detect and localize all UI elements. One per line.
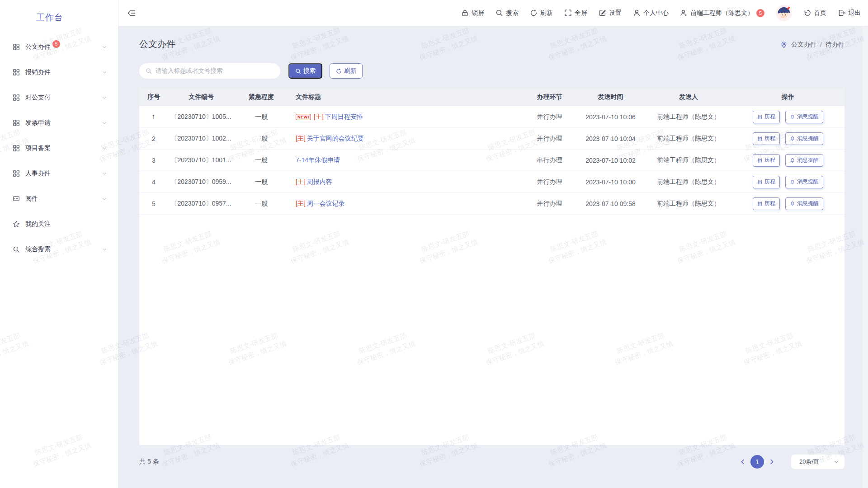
chevron-down-icon	[102, 70, 107, 75]
star-icon	[13, 221, 20, 228]
search-icon	[146, 68, 152, 74]
fullscreen-button[interactable]: 全屏	[564, 9, 587, 17]
page-size-select[interactable]: 20条/页	[791, 455, 844, 469]
refresh-icon	[530, 9, 538, 17]
global-search-button[interactable]: 搜索	[495, 9, 519, 17]
logout-icon	[838, 9, 845, 17]
sender: 前端工程师（陈思文）	[646, 178, 731, 186]
user-avatar[interactable]	[776, 5, 792, 21]
back-home-icon	[803, 9, 811, 17]
grid-icon	[13, 43, 20, 51]
pagination: 1 20条/页	[740, 455, 844, 469]
sidebar-item-label: 我的关注	[25, 220, 51, 228]
history-button[interactable]: 历程	[753, 111, 780, 123]
sliders-icon	[757, 136, 763, 141]
search-placeholder: 请输入标题或者文号搜索	[156, 67, 223, 75]
fullscreen-icon	[564, 9, 572, 17]
sidebar-item-对公支付[interactable]: 对公支付	[0, 85, 118, 110]
send-time: 2023-07-10 09:58	[576, 200, 646, 207]
table-row: 5〔20230710〕0957...一般[主]周一会议记录并行办理2023-07…	[139, 193, 844, 215]
row-index: 4	[139, 178, 168, 186]
chevron-down-icon	[102, 145, 107, 151]
column-header: 发送时间	[576, 93, 646, 101]
logout-button[interactable]: 退出	[838, 9, 861, 17]
lock-screen-button[interactable]: 锁屏	[461, 9, 484, 17]
column-header: 操作	[731, 93, 844, 101]
table-footer: 共 5 条 1 20条/页	[139, 454, 844, 470]
sliders-icon	[757, 114, 763, 120]
sidebar-item-label: 项目备案	[25, 144, 51, 152]
sidebar-item-label: 发票申请	[25, 119, 51, 127]
sidebar-item-发票申请[interactable]: 发票申请	[0, 110, 118, 136]
profile-center-button[interactable]: 个人中心	[633, 9, 669, 17]
current-page-button[interactable]: 1	[750, 455, 764, 469]
sidebar: 工作台 公文办件5报销办件对公支付发票申请项目备案人事办件阅件我的关注综合搜索	[0, 0, 118, 488]
table-row: 4〔20230710〕0959...一般[主]周报内容并行办理2023-07-1…	[139, 171, 844, 193]
send-time: 2023-07-10 10:00	[576, 178, 646, 186]
chevron-down-icon	[102, 171, 107, 176]
total-count: 共 5 条	[139, 458, 159, 466]
history-button[interactable]: 历程	[753, 176, 780, 188]
document-title-link[interactable]: 关于官网的会议纪要	[307, 135, 364, 143]
scrollbar-track[interactable]	[863, 26, 868, 488]
refresh-button[interactable]: 刷新	[530, 9, 553, 17]
chevron-down-icon	[102, 44, 107, 50]
process-step: 串行办理	[524, 156, 576, 164]
message-remind-button[interactable]: 消息提醒	[785, 197, 823, 210]
history-button[interactable]: 历程	[753, 197, 780, 210]
sidebar-item-label: 阅件	[25, 195, 38, 203]
column-header: 序号	[139, 93, 168, 101]
doc-title-cell: [主]周报内容	[288, 178, 524, 186]
sidebar-item-公文办件[interactable]: 公文办件5	[0, 34, 118, 60]
home-button[interactable]: 首页	[803, 9, 826, 17]
message-remind-button[interactable]: 消息提醒	[785, 111, 823, 123]
history-button[interactable]: 历程	[753, 154, 780, 167]
page-title: 公文办件	[139, 38, 175, 50]
search-button[interactable]: 搜索	[288, 63, 322, 79]
process-step: 并行办理	[524, 200, 576, 208]
sidebar-item-综合搜索[interactable]: 综合搜索	[0, 237, 118, 262]
document-title-link[interactable]: 7-14年休假申请	[296, 156, 340, 164]
column-header: 办理环节	[524, 93, 576, 101]
settings-button[interactable]: 设置	[599, 9, 622, 17]
sidebar-item-我的关注[interactable]: 我的关注	[0, 211, 118, 237]
row-index: 1	[139, 113, 168, 121]
sender: 前端工程师（陈思文）	[646, 156, 731, 164]
location-pin-icon	[780, 41, 788, 48]
message-remind-button[interactable]: 消息提醒	[785, 176, 823, 188]
sidebar-item-项目备案[interactable]: 项目备案	[0, 136, 118, 161]
urgency: 一般	[234, 113, 288, 121]
urgency: 一般	[234, 200, 288, 208]
prev-page-button[interactable]	[740, 459, 746, 465]
main-doc-tag: [主]	[296, 135, 306, 143]
message-remind-button[interactable]: 消息提醒	[785, 154, 823, 167]
sidebar-collapse-icon[interactable]	[127, 9, 136, 17]
bell-icon	[790, 179, 795, 185]
message-remind-button[interactable]: 消息提醒	[785, 132, 823, 145]
bell-icon	[790, 114, 795, 120]
main-doc-tag: [主]	[296, 200, 306, 208]
chevron-down-icon	[834, 459, 839, 465]
sidebar-item-人事办件[interactable]: 人事办件	[0, 161, 118, 186]
next-page-button[interactable]	[769, 459, 775, 465]
grid-icon	[13, 170, 20, 177]
refresh-list-button[interactable]: 刷新	[330, 63, 363, 79]
sidebar-item-报销办件[interactable]: 报销办件	[0, 60, 118, 85]
top-header: 锁屏 搜索 刷新 全屏 设置	[118, 0, 868, 26]
document-title-link[interactable]: 周一会议记录	[307, 200, 345, 208]
breadcrumb-root[interactable]: 公文办件	[791, 41, 816, 49]
current-user-menu[interactable]: 前端工程师（陈思文） 5	[680, 9, 764, 17]
sender: 前端工程师（陈思文）	[646, 135, 731, 143]
urgency: 一般	[234, 178, 288, 186]
row-actions: 历程消息提醒	[731, 176, 844, 188]
search-input[interactable]: 请输入标题或者文号搜索	[139, 63, 280, 79]
doc-title-cell: [主]周一会议记录	[288, 200, 524, 208]
sidebar-item-阅件[interactable]: 阅件	[0, 186, 118, 211]
process-step: 并行办理	[524, 178, 576, 186]
notification-badge: 5	[756, 9, 764, 17]
app-logo: 工作台	[0, 0, 118, 23]
document-title-link[interactable]: 周报内容	[307, 178, 332, 186]
history-button[interactable]: 历程	[753, 132, 780, 145]
lock-icon	[461, 9, 469, 17]
document-title-link[interactable]: 下周日程安排	[325, 113, 363, 121]
